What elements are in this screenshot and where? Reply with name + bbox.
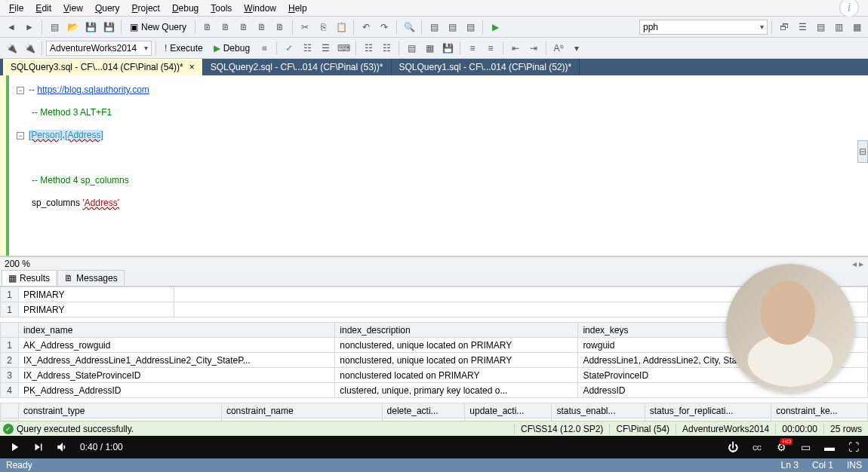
object-explorer-icon[interactable]: ▤ [812, 19, 829, 35]
tab-sqlquery3[interactable]: SQLQuery3.sql - CF\...014 (CF\Pinal (54)… [3, 59, 203, 75]
include-stats-icon[interactable]: ☷ [378, 40, 395, 57]
activity-icon[interactable]: 🗗 [776, 19, 793, 35]
outline-icon[interactable]: ▾ [568, 40, 585, 57]
results-text-icon[interactable]: ▤ [403, 40, 420, 57]
menu-view[interactable]: View [57, 2, 89, 15]
sql-editor[interactable]: −-- https://blog.sqlauthority.com -- Met… [0, 75, 868, 256]
next-icon[interactable] [32, 440, 45, 454]
undo-icon[interactable]: ↶ [358, 19, 374, 35]
theater-icon[interactable]: ▬ [823, 440, 836, 454]
execute-button[interactable]: ! Execute [160, 43, 208, 54]
fold-icon[interactable]: − [17, 132, 24, 139]
tab-messages[interactable]: 🗎 Messages [57, 270, 125, 286]
cell[interactable]: PRIMARY [19, 287, 174, 302]
decrease-indent-icon[interactable]: ⇤ [507, 40, 524, 57]
fold-icon[interactable]: − [17, 87, 24, 94]
code-method4-comment: -- Method 4 sp_columns [32, 175, 129, 185]
code-url-link[interactable]: https://blog.sqlauthority.com [37, 84, 149, 95]
comment-icon[interactable]: ▤ [426, 19, 442, 35]
col-constraint-keys[interactable]: constraint_ke... [771, 403, 868, 418]
autoplay-toggle-icon[interactable]: ⏻ [726, 440, 740, 454]
menu-file[interactable]: File [3, 2, 29, 15]
grid-constraints[interactable]: constraint_type constraint_name delete_a… [0, 403, 868, 421]
captions-icon[interactable]: ㏄ [750, 440, 764, 454]
col-status-replication[interactable]: status_for_replicati... [645, 403, 771, 418]
mdx-icon[interactable]: 🗎 [235, 19, 252, 35]
menu-debug[interactable]: Debug [166, 2, 205, 15]
menu-bar: File Edit View Query Project Debug Tools… [0, 0, 868, 17]
registered-servers-icon[interactable]: ☰ [794, 19, 811, 35]
code-area[interactable]: −-- https://blog.sqlauthority.com -- Met… [9, 75, 868, 256]
menu-tools[interactable]: Tools [205, 2, 238, 15]
close-icon[interactable]: × [189, 62, 195, 72]
play-icon[interactable] [8, 440, 21, 454]
uncomment-icon[interactable]: ▤ [444, 19, 460, 35]
cancel-query-icon[interactable]: ■ [256, 40, 272, 57]
menu-query[interactable]: Query [89, 2, 126, 15]
col-status-enabled[interactable]: status_enabl... [552, 403, 645, 418]
cell[interactable]: PRIMARY [19, 302, 174, 317]
template-icon[interactable]: ▥ [830, 19, 847, 35]
menu-project[interactable]: Project [126, 2, 166, 15]
results-file-icon[interactable]: 💾 [439, 40, 456, 57]
col-index-name[interactable]: index_name [19, 323, 335, 338]
save-all-icon[interactable]: 💾 [100, 19, 117, 35]
comment-sel-icon[interactable]: ≡ [464, 40, 481, 57]
status-database: AdventureWorks2014 [676, 424, 775, 434]
tab-sqlquery2[interactable]: SQLQuery2.sql - CF\...014 (CF\Pinal (53)… [203, 59, 392, 75]
new-project-icon[interactable]: ▤ [46, 19, 63, 35]
intellisense-icon[interactable]: ⌨ [335, 40, 352, 57]
miniplayer-icon[interactable]: ▭ [799, 440, 812, 454]
parse-icon[interactable]: ✓ [281, 40, 297, 57]
estimated-plan-icon[interactable]: ☷ [299, 40, 315, 57]
database-combo[interactable]: AdventureWorks2014 [46, 41, 152, 56]
indent-icon[interactable]: ▤ [462, 19, 479, 35]
col-constraint-name[interactable]: constraint_name [221, 403, 382, 418]
nav-back-icon[interactable]: ◄ [3, 19, 20, 35]
info-icon[interactable]: i [839, 0, 859, 17]
quick-launch-input[interactable]: pph [639, 20, 768, 35]
change-connection-icon[interactable]: 🔌 [21, 40, 38, 57]
quick-launch-value: pph [643, 22, 658, 32]
debug-button[interactable]: ▶ Debug [209, 43, 254, 54]
new-query-label: New Query [141, 22, 186, 32]
fullscreen-icon[interactable]: ⛶ [847, 440, 860, 454]
new-query-button[interactable]: ▣ New Query [125, 22, 191, 32]
volume-icon[interactable] [56, 440, 69, 454]
menu-help[interactable]: Help [282, 2, 313, 15]
col-update-action[interactable]: update_acti... [465, 403, 552, 418]
nav-fwd-icon[interactable]: ► [21, 19, 38, 35]
analysis-icon[interactable]: 🗎 [217, 19, 234, 35]
specify-values-icon[interactable]: Aᵇ [550, 40, 567, 57]
save-icon[interactable]: 💾 [82, 19, 99, 35]
col-constraint-type[interactable]: constraint_type [19, 403, 222, 418]
col-index-description[interactable]: index_description [335, 323, 578, 338]
properties-icon[interactable]: ▦ [848, 19, 865, 35]
tab-results[interactable]: ▦ Results [2, 270, 57, 286]
include-actual-plan-icon[interactable]: ☷ [360, 40, 377, 57]
copy-icon[interactable]: ⎘ [315, 19, 331, 35]
increase-indent-icon[interactable]: ⇥ [525, 40, 542, 57]
dmx-icon[interactable]: 🗎 [254, 19, 270, 35]
find-icon[interactable]: 🔍 [401, 19, 417, 35]
paste-icon[interactable]: 📋 [333, 19, 349, 35]
settings-icon[interactable]: ⚙HD [774, 440, 788, 454]
debug-icon: ▶ [214, 43, 220, 54]
code-method3-comment: -- Method 3 ALT+F1 [32, 107, 112, 118]
connect-icon[interactable]: 🔌 [3, 40, 20, 57]
db-engine-query-icon[interactable]: 🗎 [199, 19, 216, 35]
menu-window[interactable]: Window [238, 2, 282, 15]
query-options-icon[interactable]: ☰ [317, 40, 334, 57]
start-icon[interactable]: ▶ [487, 19, 503, 35]
redo-icon[interactable]: ↷ [376, 19, 392, 35]
xmla-icon[interactable]: 🗎 [272, 19, 288, 35]
menu-edit[interactable]: Edit [29, 2, 57, 15]
results-grid-icon[interactable]: ▦ [421, 40, 438, 57]
col-delete-action[interactable]: delete_acti... [382, 403, 465, 418]
side-panel-handle[interactable]: ⊟ [857, 140, 868, 163]
uncomment-sel-icon[interactable]: ≡ [482, 40, 499, 57]
tab-sqlquery1[interactable]: SQLQuery1.sql - CF\...014 (CF\Pinal (52)… [392, 59, 580, 75]
open-file-icon[interactable]: 📂 [64, 19, 81, 35]
cut-icon[interactable]: ✂ [297, 19, 313, 35]
zoom-level[interactable]: 200 % [5, 259, 30, 269]
